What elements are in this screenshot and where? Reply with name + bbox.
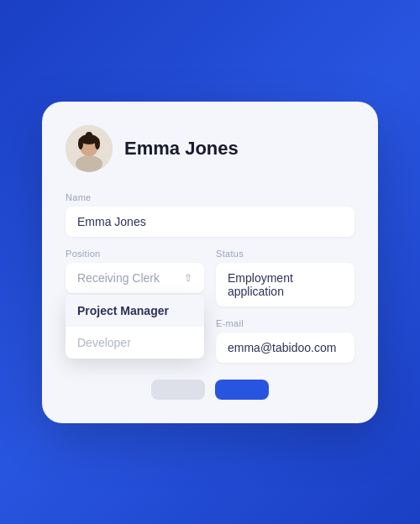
svg-point-5: [78, 138, 83, 149]
profile-name: Emma Jones: [124, 138, 239, 160]
position-status-row: Position Receiving Clerk ⇧ Project Manag…: [66, 249, 354, 363]
profile-section: Emma Jones: [66, 125, 354, 172]
main-card: Emma Jones Name Emma Jones Position Rece…: [42, 102, 378, 423]
name-input[interactable]: Emma Jones: [66, 207, 354, 237]
status-email-column: Status Employment application E-mail emm…: [216, 249, 354, 363]
svg-point-4: [86, 132, 92, 139]
email-input[interactable]: emma@tabidoo.com: [216, 333, 354, 363]
chevron-up-icon: ⇧: [184, 272, 192, 284]
dropdown-item-project-manager[interactable]: Project Manager: [66, 295, 204, 327]
position-field-group: Position Receiving Clerk ⇧ Project Manag…: [66, 249, 204, 363]
save-button[interactable]: [215, 380, 269, 400]
status-field-group: Status Employment application: [216, 249, 354, 307]
name-field-group: Name Emma Jones: [66, 192, 354, 237]
status-input[interactable]: Employment application: [216, 263, 354, 307]
buttons-row: [66, 380, 354, 400]
name-label: Name: [66, 192, 354, 202]
dropdown-item-developer[interactable]: Developer: [66, 327, 204, 359]
avatar: [66, 125, 113, 172]
position-label: Position: [66, 249, 204, 259]
position-dropdown-container: Receiving Clerk ⇧ Project Manager Develo…: [66, 263, 204, 293]
svg-point-6: [95, 138, 100, 149]
email-field-group: E-mail emma@tabidoo.com: [216, 318, 354, 363]
status-label: Status: [216, 249, 354, 259]
position-selected-value: Receiving Clerk: [77, 271, 160, 285]
cancel-button[interactable]: [151, 380, 205, 400]
svg-point-1: [76, 155, 102, 172]
position-dropdown-trigger[interactable]: Receiving Clerk ⇧: [66, 263, 204, 293]
email-label: E-mail: [216, 318, 354, 328]
position-dropdown-menu: Project Manager Developer: [66, 295, 204, 359]
